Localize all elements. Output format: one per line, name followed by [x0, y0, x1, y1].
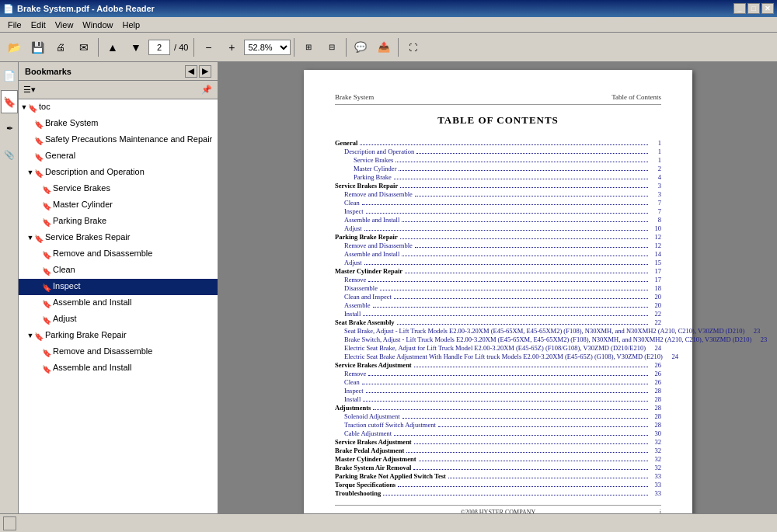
toc-page: 28 — [650, 412, 661, 420]
tab-page-icon[interactable]: 📄 — [1, 64, 18, 87]
expand-toc-icon[interactable]: ▼ — [20, 102, 28, 114]
tab-signatures-icon[interactable]: ✒ — [1, 116, 18, 140]
bookmark-item-assemble[interactable]: 🔖 Assemble and Install — [19, 295, 218, 311]
toc-row[interactable]: Assemble and Install8 — [335, 216, 661, 224]
menu-window[interactable]: Window — [78, 19, 117, 31]
bookmark-item-toc[interactable]: ▼ 🔖 toc — [19, 99, 218, 116]
toc-row[interactable]: Torque Specifications33 — [335, 481, 661, 489]
bookmark-item-safety[interactable]: 🔖 Safety Precautions Maintenance and Rep… — [19, 132, 218, 148]
bookmark-item-remove[interactable]: 🔖 Remove and Disassemble — [19, 246, 218, 263]
bookmark-item-parking-brake[interactable]: 🔖 Parking Brake — [19, 214, 218, 230]
toc-row[interactable]: Adjustments28 — [335, 404, 661, 412]
menu-view[interactable]: View — [51, 19, 78, 31]
menu-file[interactable]: File — [3, 19, 26, 31]
open-button[interactable]: 📂 — [3, 37, 25, 58]
toc-row[interactable]: Brake Pedal Adjustment32 — [335, 447, 661, 454]
toc-row[interactable]: Inspect7 — [335, 207, 661, 215]
tab-bookmarks-icon[interactable]: 🔖 — [1, 90, 18, 113]
bookmark-item-general[interactable]: 🔖 General — [19, 148, 218, 165]
toc-row[interactable]: Master Cylinder2 — [335, 165, 661, 172]
toc-row[interactable]: Service Brakes1 — [335, 156, 661, 164]
toc-row[interactable]: Electric Seat Brake Adjustment With Hand… — [335, 353, 661, 360]
save-button[interactable]: 💾 — [26, 37, 48, 58]
toc-row[interactable]: Brake Switch, Adjust - Lift Truck Models… — [335, 336, 661, 343]
fit-width-button[interactable]: ⊟ — [321, 37, 343, 58]
expand-desc-icon[interactable]: ▼ — [26, 167, 34, 179]
bookmark-item-pb-remove[interactable]: 🔖 Remove and Disassemble — [19, 344, 218, 360]
toc-row[interactable]: Service Brakes Adjustment26 — [335, 361, 661, 369]
menu-help[interactable]: Help — [117, 19, 145, 31]
pdf-viewer[interactable]: Brake System Table of Contents TABLE OF … — [219, 62, 777, 513]
toc-row[interactable]: Description and Operation1 — [335, 148, 661, 155]
zoom-in-button[interactable]: + — [221, 37, 242, 58]
toc-row[interactable]: Install22 — [335, 310, 661, 318]
page-number-input[interactable]: 2 — [148, 40, 170, 55]
bookmark-item-clean[interactable]: 🔖 Clean — [19, 263, 218, 279]
toc-row[interactable]: Electric Seat Brake, Adjust for Lift Tru… — [335, 344, 661, 352]
menu-edit[interactable]: Edit — [26, 19, 51, 31]
toc-row[interactable]: Traction cutoff Switch Adjustment28 — [335, 421, 661, 429]
toc-row[interactable]: Remove and Disassemble12 — [335, 242, 661, 249]
toc-row[interactable]: Remove17 — [335, 276, 661, 283]
expand-sb-repair-icon[interactable]: ▼ — [26, 232, 34, 245]
toc-row[interactable]: Assemble and Install14 — [335, 250, 661, 258]
toc-row[interactable]: Disassemble18 — [335, 284, 661, 292]
bookmark-item-brake-system[interactable]: 🔖 Brake System — [19, 116, 218, 132]
bookmark-label-pb-repair: Parking Brake Repair — [44, 329, 216, 340]
expand-pb-repair-icon[interactable]: ▼ — [26, 330, 34, 342]
toc-dots — [368, 276, 648, 282]
toc-row[interactable]: Troubleshooting33 — [335, 489, 661, 497]
share-button[interactable]: 📤 — [373, 37, 395, 58]
bookmark-item-sb-repair[interactable]: ▼ 🔖 Service Brakes Repair — [19, 230, 218, 246]
tab-attachments-icon[interactable]: 📎 — [1, 143, 18, 166]
toc-row[interactable]: Remove and Disassemble3 — [335, 190, 661, 198]
bookmark-options-button[interactable]: 📌 — [199, 83, 214, 97]
print-button[interactable]: 🖨 — [50, 37, 71, 58]
toc-row[interactable]: Parking Brake4 — [335, 173, 661, 181]
bookmark-item-inspect[interactable]: 🔖 Inspect — [19, 279, 218, 295]
toc-row[interactable]: Solenoid Adjustment28 — [335, 412, 661, 420]
bookmark-item-desc[interactable]: ▼ 🔖 Description and Operation — [19, 165, 218, 181]
toc-row[interactable]: Brake System Air Removal32 — [335, 464, 661, 471]
email-button[interactable]: ✉ — [73, 37, 95, 58]
toc-row[interactable]: Clean and Inspect20 — [335, 293, 661, 301]
toc-row[interactable]: Seat Brake Assembly22 — [335, 318, 661, 326]
toc-row[interactable]: Service Brakes Repair3 — [335, 182, 661, 190]
sidebar-collapse-button[interactable]: ◀ — [185, 65, 197, 78]
fit-page-button[interactable]: ⊞ — [298, 37, 319, 58]
toc-row[interactable]: Master Cylinder Adjustment32 — [335, 455, 661, 463]
minimize-button[interactable]: _ — [733, 3, 746, 14]
bookmark-menu-button[interactable]: ☰▾ — [22, 83, 37, 97]
bookmark-item-adjust[interactable]: 🔖 Adjust — [19, 311, 218, 328]
close-button[interactable]: ✕ — [761, 3, 774, 14]
bookmark-item-service-brakes[interactable]: 🔖 Service Brakes — [19, 181, 218, 197]
toc-row[interactable]: Service Brakes Adjustment32 — [335, 438, 661, 446]
toc-dots — [405, 267, 648, 273]
toc-row[interactable]: Install28 — [335, 395, 661, 403]
bookmark-item-master-cyl[interactable]: 🔖 Master Cylinder — [19, 197, 218, 214]
toc-row[interactable]: Adjust10 — [335, 224, 661, 232]
first-page-button[interactable]: ▲ — [102, 37, 124, 58]
prev-page-button[interactable]: ▼ — [125, 37, 147, 58]
toc-row[interactable]: Seat Brake, Adjust - Lift Truck Models E… — [335, 327, 661, 335]
bookmark-item-pb-assemble[interactable]: 🔖 Assemble and Install — [19, 360, 218, 377]
toc-row[interactable]: Parking Brake Repair12 — [335, 233, 661, 241]
toc-row[interactable]: Master Cylinder Repair17 — [335, 267, 661, 275]
zoom-out-button[interactable]: − — [197, 37, 219, 58]
toc-row[interactable]: Assemble20 — [335, 301, 661, 309]
toc-row[interactable]: Parking Brake Not Applied Switch Test33 — [335, 472, 661, 480]
bookmark-tree[interactable]: ▼ 🔖 toc 🔖 Brake System 🔖 Safety Precauti… — [19, 99, 218, 513]
bookmark-item-pb-repair[interactable]: ▼ 🔖 Parking Brake Repair — [19, 328, 218, 344]
toc-row[interactable]: Adjust15 — [335, 259, 661, 266]
toc-row[interactable]: Inspect28 — [335, 387, 661, 395]
toc-row[interactable]: Cable Adjustment30 — [335, 429, 661, 437]
comment-button[interactable]: 💬 — [350, 37, 371, 58]
zoom-select[interactable]: 52.8% 25% 50% 75% 100% 150% — [244, 40, 291, 55]
toc-row[interactable]: General1 — [335, 139, 661, 147]
sidebar-expand-button[interactable]: ▶ — [199, 65, 211, 78]
fullscreen-button[interactable]: ⛶ — [402, 37, 423, 58]
toc-row[interactable]: Clean26 — [335, 378, 661, 386]
toc-row[interactable]: Clean7 — [335, 199, 661, 207]
maximize-button[interactable]: □ — [747, 3, 760, 14]
toc-row[interactable]: Remove26 — [335, 370, 661, 377]
